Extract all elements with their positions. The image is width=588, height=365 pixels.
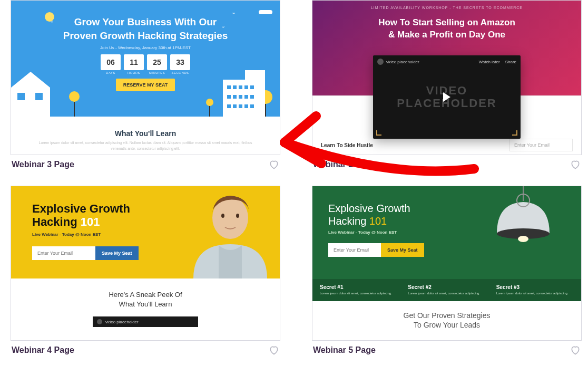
template-title: Webinar 5 Page (313, 345, 376, 355)
save-seat-button[interactable]: Save My Seat (95, 246, 139, 260)
side-hustle-label: Learn To Side Hustle (321, 142, 373, 148)
template-card: Explosive Growth Hacking 101 Live Webina… (11, 186, 280, 356)
template-card: 𐤔 𐤔 𐤔 Grow Your Business With Our Proven… (11, 0, 280, 170)
template-card: Explosive Growth Hacking 101 Live Webina… (312, 186, 582, 356)
email-input[interactable]: Enter Your Email (509, 139, 573, 151)
video-label: video placeholder (386, 60, 419, 64)
video-label: video placeholder (105, 320, 139, 324)
sneak-peek-heading: Here's A Sneak Peek OfWhat You'll Learn (11, 290, 280, 309)
email-input[interactable] (328, 243, 381, 257)
hero-subtext: Join Us - Wednesday, January 30th at 1PM… (11, 45, 280, 50)
svg-point-5 (518, 236, 528, 242)
secrets-row: Secret #1Lorem ipsum dolor sit amet, con… (312, 279, 581, 301)
template-thumbnail[interactable]: 𐤔 𐤔 𐤔 Grow Your Business With Our Proven… (11, 0, 280, 155)
banner-text: LIMITED AVAILABILITY WORKSHOP - THE SECR… (312, 1, 581, 9)
share-label: Share (505, 60, 516, 64)
template-thumbnail[interactable]: Explosive Growth Hacking 101 Live Webina… (312, 186, 582, 341)
favorite-icon[interactable] (269, 345, 279, 356)
countdown-seconds: 33 (170, 54, 190, 70)
hero-heading: How To Start Selling on Amazon (378, 17, 515, 27)
save-seat-button[interactable]: Save My Seat (381, 243, 424, 257)
learn-heading: What You'll Learn (11, 129, 280, 138)
countdown-timer: 06 11 25 33 (11, 54, 280, 70)
template-card: LIMITED AVAILABILITY WORKSHOP - THE SECR… (312, 0, 582, 170)
hero-heading: & Make a Profit on Day One (388, 30, 505, 40)
svg-point-2 (236, 214, 239, 218)
template-title: Webinar 3 Page (12, 160, 74, 169)
video-player[interactable]: video placeholder (93, 316, 198, 327)
template-title: Webinar 4 Page (12, 345, 74, 355)
countdown-hours: 11 (124, 54, 144, 70)
video-player[interactable]: video placeholder Watch later Share VIDE… (373, 55, 521, 139)
template-thumbnail[interactable]: Explosive Growth Hacking 101 Live Webina… (11, 186, 280, 341)
reserve-seat-button[interactable]: RESERVE MY SEAT (116, 79, 175, 91)
play-icon (443, 92, 450, 102)
email-input[interactable] (32, 246, 95, 260)
lamp-illustration (471, 186, 565, 265)
favorite-icon[interactable] (570, 159, 581, 170)
person-illustration (172, 186, 272, 278)
hero-heading: Grow Your Business With Our (74, 16, 217, 27)
countdown-minutes: 25 (147, 54, 167, 70)
template-title: Webinar 2 Page (313, 160, 376, 169)
hero-heading: Proven Growth Hacking Strategies (63, 30, 228, 41)
watch-later-label: Watch later (478, 60, 499, 64)
svg-point-1 (221, 214, 224, 218)
countdown-days: 06 (101, 54, 121, 70)
favorite-icon[interactable] (570, 345, 581, 356)
learn-subtext: Lorem ipsum dolor sit amet, consectetur … (11, 140, 280, 151)
template-thumbnail[interactable]: LIMITED AVAILABILITY WORKSHOP - THE SECR… (312, 0, 582, 155)
bottom-heading: Get Our Proven StrategiesTo Grow Your Le… (312, 301, 581, 339)
favorite-icon[interactable] (269, 159, 279, 170)
